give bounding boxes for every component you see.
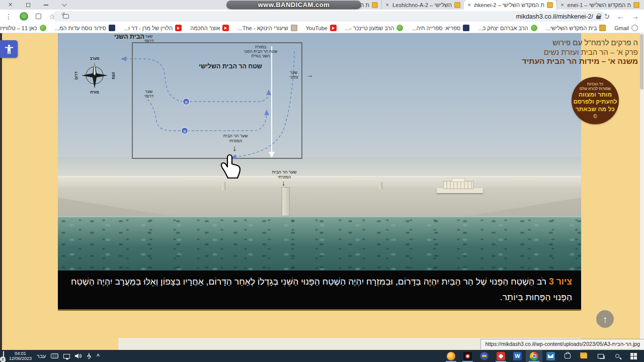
accessibility-person-icon [4,44,15,55]
volume-icon[interactable] [75,353,82,359]
caption-text: רֹב הַשֶׁטַח הַפָּנוּי שֶׁל הַר הַבַּיִת… [71,277,572,302]
mail-icon [546,352,555,360]
bookmark-label: שיעורי הינוקא - The... [237,25,288,31]
tray-expand-chevron[interactable]: ^ [97,353,100,359]
tab-close-icon[interactable]: ✕ [560,3,565,8]
side-panel-icon[interactable] [36,14,41,19]
bookmark-item[interactable]: שיעורי הינוקא - The... [237,25,297,31]
scrollbar-thumb[interactable] [640,34,643,89]
green-favicon-icon [40,25,46,31]
bandicam-watermark: www.BANDICAM.com [226,1,361,9]
forward-icon[interactable]: → [631,12,639,21]
route-marker-glyph: א [185,100,187,105]
taskview-icon [596,352,605,360]
start-taskbar-button[interactable] [625,350,642,362]
route-marker-glyph: א [183,129,186,134]
bookmark-item[interactable]: הלויין של מרן - דר ו... [124,25,182,31]
badge-small-line-2: שמורות לבורא עולם [580,86,611,91]
window-controls: ✕ [8,0,65,10]
touch-keyboard-icon[interactable] [51,353,58,358]
window-close-icon[interactable]: ✕ [8,2,13,8]
bookmark-star-icon[interactable]: ☆ [49,13,55,21]
bookmark-item[interactable]: בית המקדש השלישי... [546,25,606,31]
temple-mount-image[interactable]: א א הבית השני שער דרומי במזרח שטח הר הבי… [58,33,581,311]
compass-south: דרום [74,71,78,79]
photo-favicon-icon [291,25,297,31]
compass-north: צפון [112,72,116,79]
search-taskbar-button[interactable] [609,350,625,362]
browser-tab[interactable]: ✕ת המקדש השלישי – Mishkenei-2 [464,0,556,10]
explorer-icon [580,352,588,360]
badge-big-line-2: להעתיק ולפרסם [573,98,617,106]
explorer-taskbar-button[interactable] [576,350,592,362]
bookmark-label: הרב שמעון טיינכר -... [345,25,394,31]
bookmark-item[interactable]: הרב שמעון טיינכר -... [345,25,404,31]
south-gate-left-line1: שער [138,89,159,94]
bookmark-item[interactable]: אוצר החכמה [190,25,229,31]
label-south-gate-top: שער דרומי [138,34,159,43]
bookmark-label: Gmail [614,25,629,31]
language-indicator[interactable]: עבר [37,353,46,359]
youtube-favicon-icon [175,25,182,31]
compass-rose: מערב מזרח צפון דרום [80,61,109,89]
chrome-taskbar-button[interactable] [526,350,542,362]
tab-favicon [454,2,460,8]
browser-tab[interactable]: ✕ת המקדש השלישי – Mishkenei-1 [556,0,643,10]
screen: ✕ ✕ת המקדש השלישי – Mishkenei-1✕ת המקדש … [0,0,644,362]
bookmark-item[interactable]: סידור נוסח עדות המ... [55,25,115,31]
usb-icon[interactable] [87,353,92,359]
notification-badge: 2 [0,356,6,362]
mail-taskbar-button[interactable] [542,350,559,362]
east-note-line2: שטח הר הבית הפנוי [236,49,285,54]
bandicam-icon [463,352,472,360]
bookmark-item[interactable]: ספריא: ספרייה חיה... [412,25,469,31]
store-taskbar-button[interactable] [559,350,576,362]
bookmark-item[interactable]: הרב אברהם יצחק כ... [478,25,537,31]
word-taskbar-button[interactable]: W [509,350,526,362]
network-icon[interactable] [63,354,70,358]
blueapp-icon [480,352,489,360]
bookmark-items: Gmailבית המקדש השלישי...הרב אברהם יצחק כ… [0,23,638,33]
notification-icon[interactable]: 2 [3,351,4,360]
bandicam-taskbar-button[interactable] [459,350,476,362]
bookmark-item[interactable]: Gmail [614,25,638,31]
south-gate-top-line1: שער [138,34,159,39]
taskbar-clock[interactable]: 04:01 12/06/2023 [9,351,32,361]
south-gate-top-line2: דרומי [138,39,159,43]
watermark-text: www.BANDICAM.com [258,1,330,9]
scroll-to-top-button[interactable]: ↑ [596,310,614,328]
tab-favicon [372,2,378,8]
diagram-overlay: א א [58,33,581,311]
tab-close-icon[interactable]: ✕ [467,3,471,8]
window-minimize-icon[interactable] [44,5,48,6]
kebab-menu-icon[interactable]: ⋮ [5,13,12,21]
bookmark-item[interactable]: YouTube [306,25,337,31]
bookmark-label: הלויין של מרן - דר ו... [124,25,173,31]
green-favicon-icon [396,25,403,31]
page-scrollbar[interactable] [639,33,644,350]
address-bar[interactable]: mikdash3.co.il/mishkenei-2/ [52,11,606,22]
window-restore-icon[interactable] [26,3,30,7]
bookmark-label: אוצר החכמה [190,25,220,31]
page-content: ה פרקים לרמח"ל עם פירוש פרק א' – הר הבית… [0,33,644,350]
blueapp-taskbar-button[interactable] [476,350,493,362]
bookmark-item[interactable]: כאן 11 – טלוויזיה ב... [0,25,46,31]
badge-big-line-3: כל מה שבאתר [576,106,615,113]
tab-close-icon[interactable]: ✕ [385,3,389,8]
east-gate-line2: המזרחי [210,139,261,144]
tab-favicon [633,2,639,8]
firefox-taskbar-button[interactable] [443,350,459,362]
send-to-device-icon[interactable] [63,14,69,19]
url-text: mikdash3.co.il/mishkenei-2/ [516,13,593,20]
accessibility-widget-button[interactable] [0,40,18,58]
window-menu-chevron-icon[interactable] [62,2,67,7]
label-south-gate-left: שער דרומי [138,89,159,99]
profile-avatar[interactable] [20,12,28,21]
back-icon[interactable]: ← [617,12,624,21]
redapp-taskbar-button[interactable] [493,350,509,362]
page-heading: ה פרקים לרמח"ל עם פירוש פרק א' – הר הבית… [522,38,638,66]
system-tray: 2 04:01 12/06/2023 עבר ^ [3,350,100,362]
taskview-taskbar-button[interactable] [592,350,609,362]
link-status-tooltip: https://mikdash3.co.il/wp-content/upload… [480,339,644,349]
browser-tab[interactable]: ✕השלישי – Limud-Leshichno-A-2 [381,0,464,10]
